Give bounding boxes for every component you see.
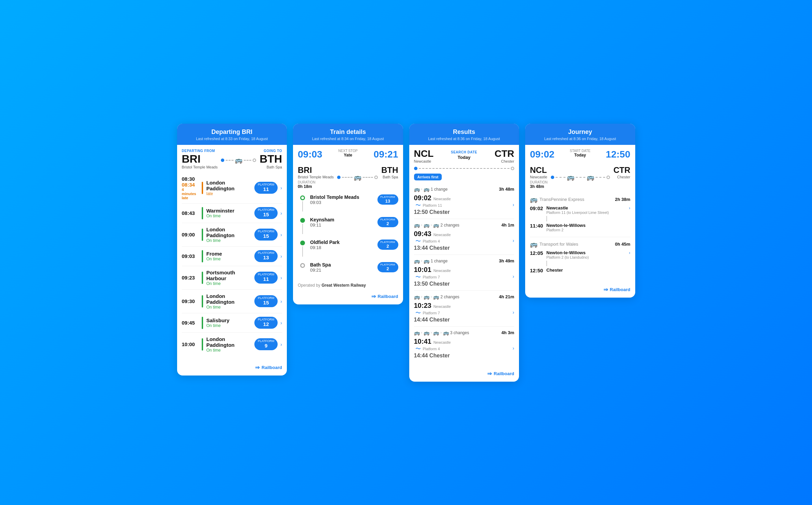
train-icon-sm2: 🚌 — [424, 258, 429, 264]
journey-segment: 🚌 Transport for Wales 0h 45m 12:05 Newto… — [530, 237, 630, 278]
result-chevron[interactable]: › — [513, 345, 514, 351]
stop-row: Oldfield Park 09:18 PLATFORM 2 — [298, 237, 398, 259]
result-chevron[interactable]: › — [513, 238, 514, 243]
chevron-icon[interactable]: › — [280, 342, 282, 347]
card1-footer: ⇒ Railboard — [177, 360, 287, 376]
results-card: Results Last refreshed at 8:36 on Friday… — [409, 124, 519, 382]
depart-time: 09:02 — [414, 194, 431, 202]
platform-badge: PLATFORM 11 — [254, 182, 278, 194]
seg-duration: 0h 45m — [615, 242, 630, 247]
departure-row[interactable]: 09:30 London Paddington On time PLATFORM… — [182, 290, 282, 313]
departure-row[interactable]: 09:00 London Paddington On time PLATFORM… — [182, 223, 282, 247]
departure-row[interactable]: 08:3008:34 4 minutes late London Padding… — [182, 173, 282, 204]
result-row[interactable]: 🚌›🚌 1 change 3h 48m 09:02 Newcastle 〜 Pl… — [414, 183, 515, 219]
result-chevron[interactable]: › — [513, 202, 514, 207]
wave-icon: 〜 — [415, 345, 421, 353]
dep-time-block: 10:00 — [182, 341, 198, 347]
chevron-icon[interactable]: › — [280, 232, 282, 237]
dep-dest: London Paddington — [207, 227, 254, 238]
result-duration: 3h 49m — [499, 258, 514, 263]
brand-icon-4: ⇒ — [603, 286, 608, 293]
card2-arrive-time: 09:21 — [374, 149, 398, 160]
platform-badge: PLATFORM 15 — [254, 295, 278, 307]
result-top: 🚌›🚌 1 change 3h 49m — [414, 258, 515, 264]
stop-time: 09:18 — [310, 245, 377, 250]
result-row[interactable]: 🚌›🚌›🚌›🚌 3 changes 4h 3m 10:41 Newcastle … — [414, 327, 515, 362]
stop-circle — [300, 263, 305, 268]
journey-stop-chevron[interactable]: › — [629, 205, 630, 210]
card4-duration-label: DURATION — [530, 180, 547, 184]
chevron-icon[interactable]: › — [280, 254, 282, 259]
journey-stop-sub: Platform 2 — [546, 228, 586, 232]
train-icon-sm2: 🚌 — [424, 294, 429, 300]
departure-row[interactable]: 09:45 Salisbury On time PLATFORM 12 › — [182, 313, 282, 333]
stop-name: Oldfield Park — [310, 240, 377, 245]
departure-row[interactable]: 08:43 Warminster On time PLATFORM 15 › — [182, 204, 282, 223]
result-row-inner: 09:02 Newcastle 〜 Platform 11 12:50 Ches… — [414, 194, 515, 215]
card3-footer: ⇒ Railboard — [409, 366, 519, 382]
result-row[interactable]: 🚌›🚌 1 change 3h 49m 10:01 Newcastle 〜 Pl… — [414, 255, 515, 291]
journey-stop-time: 12:05 — [530, 250, 544, 256]
seg-duration: 2h 38m — [615, 197, 630, 202]
depart-platform: Platform 7 — [423, 275, 440, 279]
chevron-icon[interactable]: › — [280, 210, 282, 216]
route-dashes-2 — [244, 160, 251, 161]
depart-block: 10:23 Newcastle — [414, 302, 451, 310]
changes-label: 1 change — [431, 187, 448, 192]
arrive-block: 〜 Platform 11 — [414, 202, 451, 209]
route-dot-c3l — [414, 167, 417, 170]
route-dashes-c4b — [576, 177, 585, 178]
changes-info: 🚌›🚌 1 change — [414, 187, 448, 192]
departure-row[interactable]: 10:00 London Paddington On time PLATFORM… — [182, 333, 282, 356]
card4-route: NCL Newcastle DURATION 3h 48m 🚌 🚌 — [530, 166, 630, 189]
depart-time: 10:01 — [414, 266, 431, 274]
depart-time: 10:23 — [414, 302, 431, 310]
depart-block: 10:41 Newcastle — [414, 338, 451, 345]
result-duration: 4h 21m — [499, 294, 514, 299]
dep-dest: Portsmouth Harbour — [207, 270, 254, 281]
platform-badge: PLATFORM 9 — [254, 338, 278, 350]
result-times: 10:23 Newcastle 〜 Platform 7 14:44 Chest… — [414, 302, 451, 323]
journey-stop-chevron[interactable]: › — [629, 250, 630, 255]
train-details-card: Train details Last refreshed at 8:34 on … — [293, 124, 403, 304]
card1-body: DEPARTING FROM BRI Bristol Temple Meads … — [177, 145, 287, 360]
chevron-icon[interactable]: › — [280, 185, 282, 191]
dep-bar — [202, 207, 203, 219]
card4-body: 09:02 START DATE Today 12:50 NCL Newcast… — [525, 145, 635, 282]
card3-body: NCL Newcastle SEARCH DATE Today CTR Ches… — [409, 145, 519, 366]
result-top: 🚌›🚌›🚌 2 changes 4h 1m — [414, 222, 515, 228]
result-chevron[interactable]: › — [513, 274, 514, 279]
stop-platform-badge: PLATFORM 2 — [377, 262, 398, 273]
card2-from-name: Bristol Temple Meads — [298, 175, 334, 179]
card2-times-row: 09:03 NEXT STOP Yate 09:21 — [298, 149, 398, 163]
chevron-icon[interactable]: › — [280, 320, 282, 326]
card2-next-stop-block: NEXT STOP Yate — [338, 149, 358, 158]
journey-segment: 🚌 TransPennine Express 2h 38m 09:02 Newc… — [530, 192, 630, 237]
journey-vline — [546, 261, 547, 266]
journey-stop-info: Newton-le-Willows Platform 2 (to Llandud… — [546, 250, 589, 259]
dep-time-block: 09:00 — [182, 232, 198, 237]
result-row[interactable]: 🚌›🚌›🚌 2 changes 4h 21m 10:23 Newcastle 〜… — [414, 291, 515, 327]
departure-row[interactable]: 09:03 Frome On time PLATFORM 13 › — [182, 247, 282, 266]
dep-info: Warminster On time — [207, 208, 254, 218]
result-row[interactable]: 🚌›🚌›🚌 2 changes 4h 1m 09:43 Newcastle 〜 … — [414, 219, 515, 255]
route-dashes-c2a — [342, 177, 352, 178]
route-dot-right — [253, 159, 256, 162]
chevron-icon[interactable]: › — [280, 275, 282, 281]
dep-status: On time — [207, 257, 254, 261]
card2-subtitle: Last refreshed at 8:34 on Friday, 18 Aug… — [298, 137, 398, 141]
train-icon-c4b: 🚌 — [587, 174, 594, 181]
journey-stop-name: Newton-le-Willows — [546, 223, 586, 228]
dep-bar — [202, 250, 203, 262]
departure-row[interactable]: 09:23 Portsmouth Harbour On time PLATFOR… — [182, 266, 282, 290]
result-duration: 3h 48m — [499, 187, 514, 192]
dep-dest: Salisbury — [207, 317, 254, 323]
dep-status: On time — [207, 323, 254, 328]
card3-search-date-block: SEARCH DATE Today — [451, 150, 477, 160]
result-chevron[interactable]: › — [513, 310, 514, 315]
chevron-icon[interactable]: › — [280, 299, 282, 304]
result-duration: 4h 3m — [501, 330, 514, 335]
train-icon-sm2: 🚌 — [424, 222, 429, 228]
changes-info: 🚌›🚌 1 change — [414, 258, 448, 264]
dep-late-time: 08:34 — [182, 182, 198, 188]
